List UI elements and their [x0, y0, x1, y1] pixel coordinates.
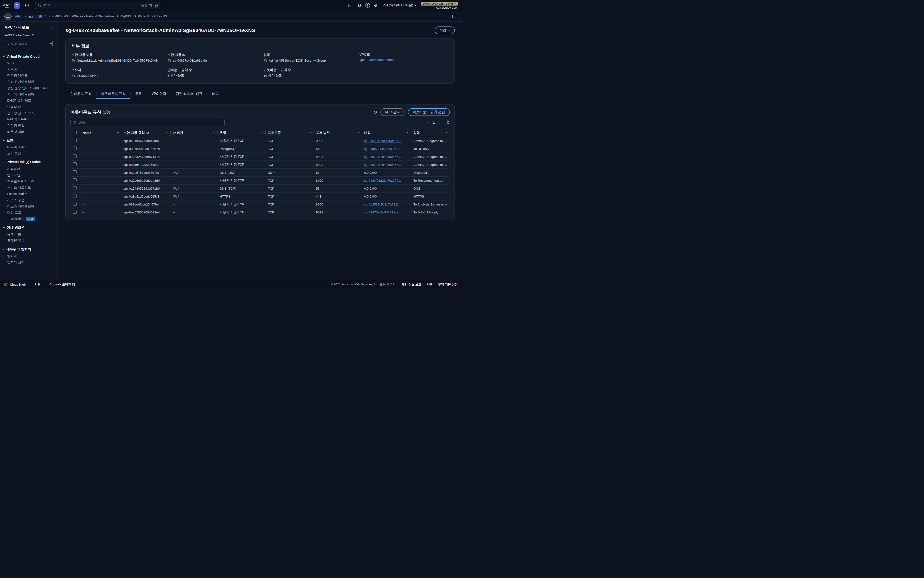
vpc-filter-select[interactable] — [5, 40, 53, 47]
column-header-description[interactable]: 설명 — [411, 129, 450, 137]
row-checkbox[interactable] — [73, 170, 76, 174]
row-checkbox[interactable] — [73, 146, 76, 150]
column-header-type[interactable]: 유형 — [217, 129, 265, 137]
destination-link[interactable]: sg-0ec30f87b4b350a67... — [364, 163, 401, 167]
section-header-virtual-private-cloud[interactable]: Virtual Private Cloud — [0, 54, 57, 59]
sidebar-item-carrier-gateways[interactable]: 캐리어 게이트웨이 — [0, 91, 57, 97]
sidebar-item-domain-lists[interactable]: 도메인 목록 — [0, 237, 57, 244]
sidebar-item-target-groups[interactable]: 대상 그룹 — [0, 209, 57, 216]
row-checkbox[interactable] — [73, 139, 76, 142]
footer-cloudshell[interactable]: CloudShell — [4, 283, 26, 287]
column-header-protocol[interactable]: 프로토콜 — [265, 129, 313, 137]
sidebar-item-route-server[interactable]: 라우팅 서버 — [0, 129, 57, 135]
breadcrumb-vpc[interactable]: VPC — [15, 15, 22, 18]
sidebar-item-firewalls[interactable]: 방화벽 — [0, 253, 57, 259]
row-checkbox[interactable] — [73, 186, 76, 190]
destination-link[interactable]: sg-0ec30f87b4b350a67... — [364, 139, 401, 143]
destination-link[interactable]: sg-04bf5380e75fd67ac... — [364, 147, 400, 151]
rules-search-input[interactable] — [79, 121, 222, 124]
sidebar-item-endpoints[interactable]: 엔드포인트 — [0, 172, 57, 178]
row-checkbox[interactable] — [73, 202, 76, 206]
column-header-name[interactable]: Name — [80, 129, 121, 137]
sidebar-item-peering-connections[interactable]: 피어링 연결 — [0, 122, 57, 129]
column-header-ip-version[interactable]: IP 버전 — [171, 129, 217, 137]
breadcrumb-security-groups[interactable]: 보안 그룹 — [28, 14, 42, 18]
sidebar-item-resource-gateways[interactable]: 리소스 게이트웨이 — [0, 203, 57, 209]
sidebar-item-resource-configurations[interactable]: 리소스 구성 — [0, 197, 57, 203]
sidebar-item-network-acl[interactable]: 네트워크 ACL — [0, 144, 57, 150]
tab-related-resources[interactable]: 관련 리소스 -신규 — [171, 89, 207, 99]
sidebar-item-internet-gateways[interactable]: 인터넷 게이트웨이 — [0, 79, 57, 85]
sidebar-item-endpoint-services[interactable]: 엔드포인트 서비스 — [0, 178, 57, 185]
copy-icon[interactable] — [167, 59, 171, 62]
footer-mobile-app[interactable]: Console 모바일 앱 — [49, 283, 75, 287]
aws-logo[interactable]: aws — [3, 3, 11, 8]
account-menu[interactable]: tkv00 (0628-2287-2449) cdk-deploy-user — [421, 2, 459, 10]
help-icon[interactable]: ? — [365, 3, 370, 8]
footer-feedback[interactable]: 의견 — [34, 283, 41, 287]
previous-page-icon[interactable]: ‹ — [426, 120, 430, 125]
sidebar-item-firewall-policies[interactable]: 방화벽 정책 — [0, 259, 57, 265]
row-checkbox[interactable] — [73, 162, 76, 166]
apps-grid-icon[interactable] — [24, 2, 30, 9]
global-search-input[interactable] — [43, 3, 139, 7]
split-panel-icon[interactable] — [451, 13, 458, 20]
sidebar-item-aws-global-view[interactable]: AWS Global View — [0, 30, 57, 37]
sidebar-item-subnets[interactable]: 서브넷 — [0, 66, 57, 72]
section-header-security[interactable]: 보안 — [0, 138, 57, 143]
tab-sharing[interactable]: 공유 — [130, 89, 147, 99]
destination-link[interactable]: sg-048cf08a25a7e1707... — [364, 179, 401, 182]
footer-terms-link[interactable]: 약관 — [427, 283, 433, 287]
copy-icon[interactable] — [263, 59, 267, 62]
tab-inbound-rules[interactable]: 인바운드 규칙 — [65, 89, 96, 99]
vpc-filter-input[interactable] — [8, 42, 50, 45]
amazon-q-icon[interactable] — [14, 2, 20, 9]
manage-tags-button[interactable]: 태그 관리 — [380, 108, 404, 116]
select-all-checkbox[interactable] — [73, 131, 76, 134]
sidebar-item-lattice-services[interactable]: Lattice 서비스 — [0, 191, 57, 197]
sidebar-item-managed-prefix-lists[interactable]: 관리형 접두사 목록 — [0, 110, 57, 116]
notifications-bell-icon[interactable] — [356, 2, 363, 9]
vpc-id-link[interactable]: vpc-023eb5abeefa6fbbb — [359, 58, 395, 62]
region-selector[interactable]: 아시아 태평양 (서울) — [382, 3, 419, 8]
footer-privacy-link[interactable]: 개인 정보 보호 — [402, 283, 421, 287]
sidebar-item-elastic-ips[interactable]: 탄력적 IP — [0, 104, 57, 110]
tab-tags[interactable]: 태그 — [207, 89, 224, 99]
footer-cookies-link[interactable]: 쿠키 기본 설정 — [438, 283, 458, 287]
section-header-dns-firewall[interactable]: DNS 방화벽 — [0, 225, 57, 230]
copy-icon[interactable] — [71, 59, 75, 62]
sidebar-item-domain-verification[interactable]: 도메인 확인 신규 — [0, 216, 57, 222]
row-checkbox[interactable] — [73, 178, 76, 182]
column-header-destination[interactable]: 대상 — [362, 129, 411, 137]
destination-link[interactable]: sg-0ec30f87b4b350a67... — [364, 155, 401, 159]
account-extension-badge[interactable]: tkv00 (0628-2287-2449) — [421, 2, 458, 5]
destination-link[interactable]: sg-08476ecbd77c31efa... — [364, 211, 401, 214]
sidebar-item-egress-only-gateways[interactable]: 송신 전용 인터넷 게이트웨이 — [0, 85, 57, 91]
section-header-network-firewall[interactable]: 네트워크 방화벽 — [0, 247, 57, 252]
sidebar-item-vpc[interactable]: VPC — [0, 60, 57, 66]
column-header-rule-id[interactable]: 보안 그룹 규칙 ID — [121, 129, 171, 137]
global-search[interactable]: [옵션+S] — [35, 2, 160, 9]
sidebar-item-get-started[interactable]: 시작하기 — [0, 166, 57, 172]
cloudshell-icon[interactable] — [347, 2, 354, 9]
sidebar-item-route-tables[interactable]: 라우팅 테이블 — [0, 72, 57, 79]
next-page-icon[interactable]: › — [438, 120, 441, 125]
destination-link[interactable]: sg-0a2532c5c217a6811... — [364, 203, 401, 206]
current-page[interactable]: 1 — [433, 121, 435, 124]
table-settings-gear-icon[interactable]: ⚙ — [446, 120, 450, 125]
column-header-port-range[interactable]: 포트 범위 — [313, 129, 362, 137]
sidebar-item-nat-gateways[interactable]: NAT 게이트웨이 — [0, 116, 57, 122]
sidebar-item-security-groups[interactable]: 보안 그룹 — [0, 150, 57, 157]
refresh-icon[interactable]: ↻ — [373, 109, 377, 115]
sidebar-item-dhcp-option-sets[interactable]: DHCP 옵션 세트 — [0, 97, 57, 104]
tab-vpc-associations[interactable]: VPC 연결 — [147, 89, 171, 99]
row-checkbox[interactable] — [73, 210, 76, 214]
settings-gear-icon[interactable]: ⚙ — [372, 2, 379, 9]
sidebar-item-rule-groups[interactable]: 규칙 그룹 — [0, 231, 57, 237]
section-header-privatelink[interactable]: PrivateLink 및 Lattice — [0, 159, 57, 165]
collapse-sidebar-icon[interactable] — [50, 26, 54, 29]
nav-menu-button[interactable] — [4, 13, 11, 20]
edit-outbound-rules-button[interactable]: 아웃바운드 규칙 편집 — [408, 108, 450, 116]
actions-button[interactable]: 작업 — [435, 26, 455, 34]
tab-outbound-rules[interactable]: 아웃바운드 규칙 — [96, 89, 130, 99]
